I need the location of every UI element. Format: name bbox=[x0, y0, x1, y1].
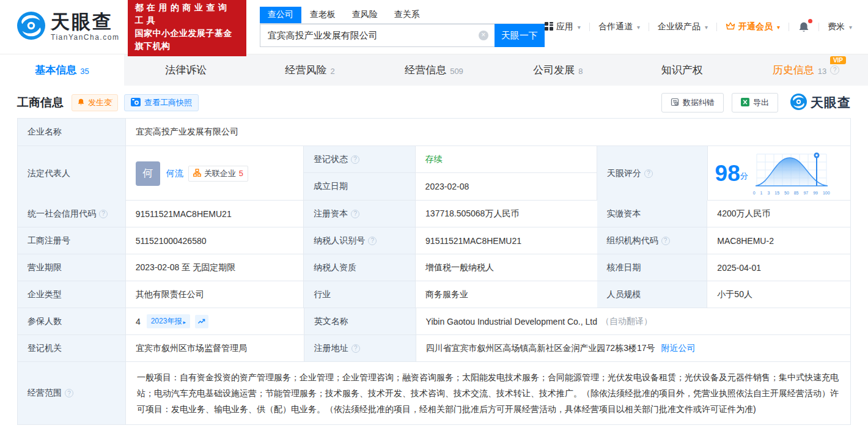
tab-intellectual-property[interactable]: 知识产权 bbox=[620, 54, 744, 86]
nav-apps[interactable]: 应用 bbox=[545, 21, 581, 32]
business-snapshot-button[interactable]: 查看工商快照 bbox=[124, 94, 199, 111]
table-row: 企业类型 其他有限责任公司 行业 商务服务业 人员规模 小于50人 bbox=[18, 281, 850, 308]
field-value-staff-size: 小于50人 bbox=[707, 281, 850, 308]
tab-business-info[interactable]: 经营信息509 bbox=[372, 54, 496, 86]
auto-translate-note: （自动翻译） bbox=[601, 316, 652, 327]
table-row: 参保人数 4 2023年报 英文名称 Yibin Gaotou Industri… bbox=[18, 308, 850, 335]
score-value: 98 bbox=[715, 162, 740, 185]
nav-partner[interactable]: 合作通道 bbox=[598, 21, 640, 32]
slogan-banner: 都在用的商业查询工具 国家中小企业发展子基金旗下机构 bbox=[128, 0, 246, 56]
business-info-table: 企业名称 宜宾高投产业发展有限公司 法定代表人 何 何流 关联企业 5 bbox=[17, 118, 851, 425]
field-value-company-type: 其他有限责任公司 bbox=[126, 281, 304, 308]
help-icon[interactable] bbox=[65, 389, 73, 397]
field-label-taxpayer-quality: 纳税人资质 bbox=[304, 254, 416, 281]
export-button[interactable]: 导出 bbox=[732, 93, 778, 113]
logo-brand-text: 天眼查 bbox=[51, 12, 119, 31]
tianyancha-logo-icon bbox=[790, 94, 807, 113]
field-label-tyc-score: 天眼评分 bbox=[597, 146, 708, 201]
tab-legal-proceedings[interactable]: 法律诉讼 bbox=[124, 54, 248, 86]
slogan-line2: 国家中小企业发展子基金旗下机构 bbox=[134, 27, 239, 53]
field-value-term: 2023-02-08 至 无固定期限 bbox=[126, 254, 304, 281]
score-axis-labels: 0131550859799100 bbox=[753, 191, 830, 195]
help-icon[interactable] bbox=[351, 344, 360, 353]
field-label-approve-date: 核准日期 bbox=[597, 254, 708, 281]
bell-icon bbox=[77, 98, 85, 108]
table-row: 工商注册号 511521000426580 纳税人识别号 91511521MAC… bbox=[18, 227, 850, 254]
top-nav: 应用 合作通道 企业级产品 开通会员 bbox=[545, 21, 852, 33]
avatar[interactable]: 何 bbox=[136, 161, 160, 186]
field-label-reg-authority: 登记机关 bbox=[18, 335, 126, 361]
help-icon[interactable] bbox=[368, 237, 377, 245]
field-label-credit-code: 统一社会信用代码 bbox=[18, 201, 126, 227]
field-value-reg-no: 511521000426580 bbox=[126, 227, 304, 254]
nav-user[interactable]: 费米 bbox=[828, 21, 852, 32]
nav-enterprise[interactable]: 企业级产品 bbox=[658, 21, 708, 32]
help-icon[interactable] bbox=[644, 169, 653, 178]
field-label-reg-status: 登记状态 bbox=[304, 146, 416, 172]
notification-bell-icon[interactable] bbox=[798, 21, 810, 33]
tab-company-development[interactable]: 公司发展8 bbox=[496, 54, 620, 86]
chevron-down-icon bbox=[705, 24, 708, 31]
page: 天眼查 TianYanCha.com 都在用的商业查询工具 国家中小企业发展子基… bbox=[0, 0, 868, 439]
help-icon[interactable] bbox=[351, 210, 359, 218]
annual-report-badge[interactable]: 2023年报 bbox=[147, 314, 190, 328]
clear-search-icon[interactable] bbox=[479, 31, 488, 40]
divider bbox=[818, 23, 819, 31]
field-value-legal-rep: 何 何流 关联企业 5 bbox=[126, 146, 304, 201]
help-icon[interactable] bbox=[99, 210, 108, 218]
table-row: 企业名称 宜宾高投产业发展有限公司 bbox=[18, 119, 850, 146]
help-icon[interactable] bbox=[830, 65, 839, 75]
section-header: 工商信息 发生变更 查看工商快照 数据纠错 导出 bbox=[17, 94, 851, 112]
search-button[interactable]: 天眼一下 bbox=[495, 24, 545, 47]
related-companies-badge[interactable]: 关联企业 5 bbox=[188, 166, 248, 182]
nearby-companies-link[interactable]: 附近公司 bbox=[661, 343, 696, 354]
field-label-staff-size: 人员规模 bbox=[597, 281, 708, 308]
search-input[interactable] bbox=[260, 24, 495, 46]
field-label-org-code: 组织机构代码 bbox=[597, 227, 708, 254]
chevron-down-icon bbox=[578, 24, 581, 31]
legal-rep-link[interactable]: 何流 bbox=[166, 168, 183, 179]
field-value-reg-authority: 宜宾市叙州区市场监督管理局 bbox=[126, 335, 304, 361]
help-icon[interactable] bbox=[661, 237, 670, 245]
field-value-org-code: MAC8HEMU-2 bbox=[707, 227, 850, 254]
chevron-down-icon bbox=[849, 24, 852, 31]
divider bbox=[716, 23, 717, 31]
divider bbox=[589, 23, 590, 31]
table-row: 经营范围 一般项目：自有资金投资的资产管理服务；企业管理；企业管理咨询；融资咨询… bbox=[18, 362, 850, 424]
watermark-text: 天眼查 bbox=[811, 94, 851, 111]
nav-user-label: 费米 bbox=[828, 21, 845, 32]
status-subtable: 登记状态 存续 成立日期 2023-02-08 bbox=[304, 146, 597, 200]
nav-vip-label: 开通会员 bbox=[738, 21, 773, 32]
excel-icon bbox=[741, 98, 749, 108]
tab-history-info[interactable]: VIP 历史信息13 bbox=[744, 54, 868, 86]
vip-badge: VIP bbox=[830, 56, 846, 64]
grid-icon bbox=[545, 22, 553, 32]
slogan-line1: 都在用的商业查询工具 bbox=[134, 1, 239, 27]
tab-basic-info[interactable]: 基本信息35 bbox=[0, 54, 124, 86]
search-tab-boss[interactable]: 查老板 bbox=[310, 7, 336, 23]
tab-business-risk[interactable]: 经营风险2 bbox=[248, 54, 372, 86]
search-tab-company[interactable]: 查公司 bbox=[260, 7, 301, 23]
data-correction-button[interactable]: 数据纠错 bbox=[661, 93, 724, 113]
section-title: 工商信息 bbox=[17, 95, 64, 111]
field-value-approve-date: 2025-04-01 bbox=[707, 254, 850, 281]
field-label-term: 营业期限 bbox=[18, 254, 126, 281]
score-distribution-chart: 0131550859799100 bbox=[753, 152, 830, 195]
arrow-right-icon bbox=[182, 317, 186, 326]
field-value-company-name: 宜宾高投产业发展有限公司 bbox=[126, 119, 850, 146]
search-tab-risk[interactable]: 查风险 bbox=[352, 7, 378, 23]
tianyancha-logo[interactable]: 天眼查 TianYanCha.com bbox=[17, 12, 119, 42]
notification-red-dot bbox=[808, 19, 812, 23]
field-value-address: 四川省宜宾市叙州区高场镇高新社区金润产业园72栋3楼17号 附近公司 bbox=[416, 335, 850, 361]
change-alert-button[interactable]: 发生变更 bbox=[72, 94, 118, 111]
trend-chart-icon[interactable] bbox=[195, 315, 208, 328]
search-tab-relation[interactable]: 查关系 bbox=[394, 7, 420, 23]
help-icon[interactable] bbox=[351, 155, 359, 164]
field-label-legal-rep: 法定代表人 bbox=[18, 146, 126, 201]
camera-icon bbox=[131, 98, 141, 108]
chevron-down-icon bbox=[777, 24, 780, 31]
field-value-scope: 一般项目：自有资金投资的资产管理服务；企业管理；企业管理咨询；融资咨询服务；太阳… bbox=[126, 362, 850, 424]
divider bbox=[649, 23, 649, 31]
score-unit: 分 bbox=[740, 171, 748, 182]
nav-vip-membership[interactable]: 开通会员 bbox=[726, 21, 780, 32]
